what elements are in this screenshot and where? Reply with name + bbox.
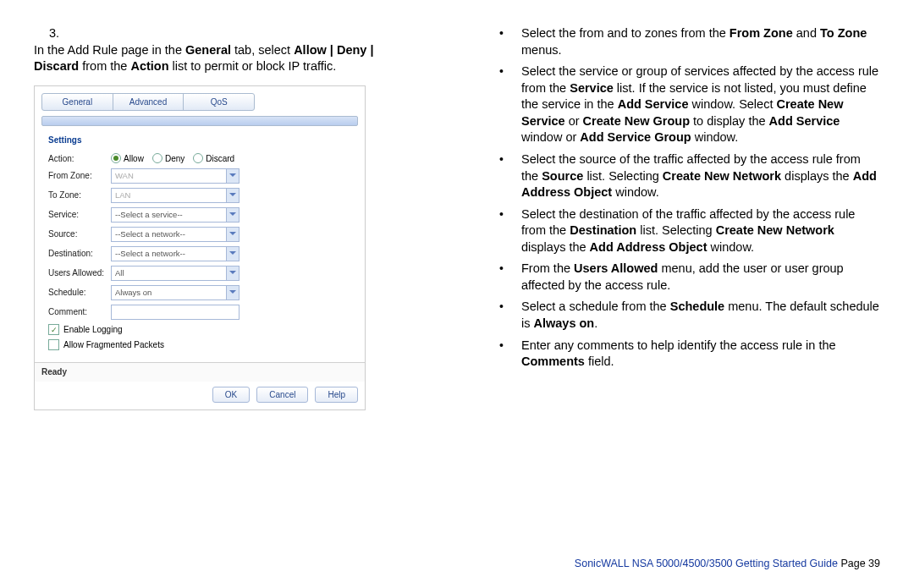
bullet-list: Select the from and to zones from the Fr… xyxy=(474,25,880,371)
source-select[interactable]: --Select a network-- xyxy=(111,227,240,242)
footer-page-number: Page 39 xyxy=(838,558,880,569)
bullet-item: Select a schedule from the Schedule menu… xyxy=(474,299,880,332)
ok-button[interactable]: OK xyxy=(212,387,250,404)
comment-input[interactable] xyxy=(111,305,240,320)
chevron-down-icon xyxy=(226,169,239,183)
step-3: 3. In the Add Rule page in the General t… xyxy=(34,25,440,75)
help-button[interactable]: Help xyxy=(315,387,358,404)
from-zone-select[interactable]: WAN xyxy=(111,168,240,184)
left-column: 3. In the Add Rule page in the General t… xyxy=(34,25,440,410)
row-action: Action: Allow Deny Discard xyxy=(48,153,351,165)
chevron-down-icon xyxy=(226,228,239,241)
step-number: 3. xyxy=(34,25,59,42)
tab-qos[interactable]: QoS xyxy=(184,94,254,111)
chevron-down-icon xyxy=(226,189,239,202)
chevron-down-icon xyxy=(226,286,239,299)
schedule-select[interactable]: Always on xyxy=(111,285,240,300)
settings-header: Settings xyxy=(48,135,358,146)
right-column: Select the from and to zones from the Fr… xyxy=(474,25,880,410)
bullet-item: Enter any comments to help identify the … xyxy=(474,338,880,371)
radio-allow[interactable]: Allow xyxy=(111,153,144,165)
add-rule-dialog: General Advanced QoS Settings Action: Al… xyxy=(34,85,366,411)
radio-deny[interactable]: Deny xyxy=(152,153,184,165)
dialog-tabs: General Advanced QoS xyxy=(41,93,255,112)
bullet-item: From the Users Allowed menu, add the use… xyxy=(474,261,880,294)
status-bar: Ready xyxy=(35,362,365,382)
enable-logging-checkbox[interactable]: ✓Enable Logging xyxy=(48,324,351,336)
service-select[interactable]: --Select a service-- xyxy=(111,207,240,223)
cancel-button[interactable]: Cancel xyxy=(256,387,308,404)
bullet-item: Select the source of the traffic affecte… xyxy=(474,151,880,201)
radio-discard[interactable]: Discard xyxy=(193,153,234,165)
tab-general[interactable]: General xyxy=(42,94,113,111)
bullet-item: Select the from and to zones from the Fr… xyxy=(474,25,880,58)
bullet-item: Select the service or group of services … xyxy=(474,63,880,146)
chevron-down-icon xyxy=(226,267,239,280)
dialog-header-bar xyxy=(41,116,358,126)
to-zone-select[interactable]: LAN xyxy=(111,188,240,203)
chevron-down-icon xyxy=(226,208,239,222)
users-allowed-select[interactable]: All xyxy=(111,266,240,281)
destination-select[interactable]: --Select a network-- xyxy=(111,246,240,261)
step-text: In the Add Rule page in the General tab,… xyxy=(34,42,406,75)
chevron-down-icon xyxy=(226,247,239,261)
bullet-item: Select the destination of the traffic af… xyxy=(474,206,880,256)
allow-fragmented-checkbox[interactable]: Allow Fragmented Packets xyxy=(48,339,351,351)
footer-guide-title: SonicWALL NSA 5000/4500/3500 Getting Sta… xyxy=(575,558,838,569)
tab-advanced[interactable]: Advanced xyxy=(113,94,184,111)
page-footer: SonicWALL NSA 5000/4500/3500 Getting Sta… xyxy=(575,558,880,569)
